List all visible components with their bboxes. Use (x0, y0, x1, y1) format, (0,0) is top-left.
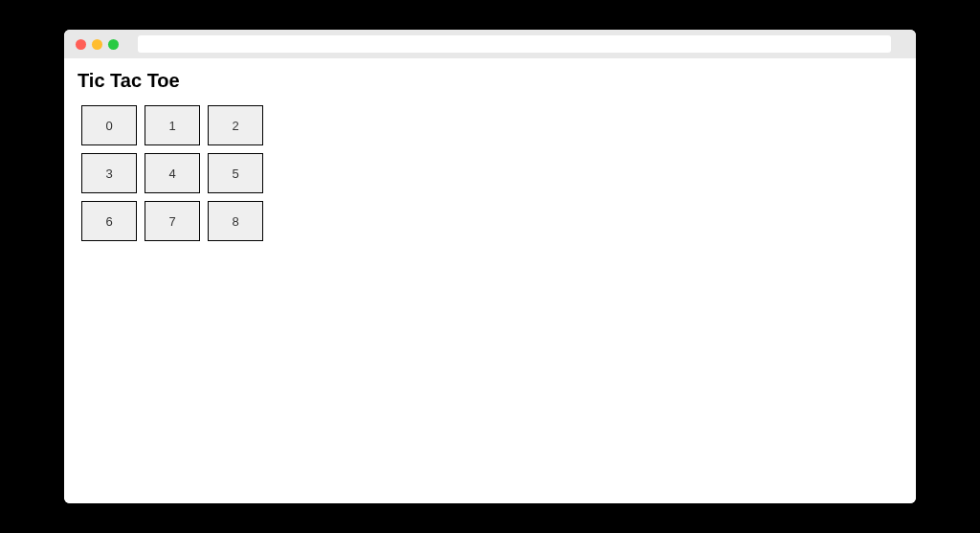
board-cell-0[interactable]: 0 (81, 105, 137, 145)
browser-titlebar (64, 30, 916, 58)
page-title: Tic Tac Toe (78, 70, 902, 92)
window-minimize-icon[interactable] (92, 39, 102, 50)
game-board: 0 1 2 3 4 5 6 7 8 (78, 105, 902, 241)
board-cell-1[interactable]: 1 (145, 105, 200, 145)
page-content: Tic Tac Toe 0 1 2 3 4 5 6 7 8 (64, 58, 916, 503)
window-close-icon[interactable] (76, 39, 86, 50)
window-maximize-icon[interactable] (108, 39, 119, 50)
board-cell-3[interactable]: 3 (81, 153, 137, 193)
board-cell-8[interactable]: 8 (208, 201, 263, 241)
browser-window: Tic Tac Toe 0 1 2 3 4 5 6 7 8 (64, 30, 916, 503)
url-bar[interactable] (138, 35, 891, 53)
board-cell-6[interactable]: 6 (81, 201, 137, 241)
board-cell-5[interactable]: 5 (208, 153, 263, 193)
board-cell-7[interactable]: 7 (145, 201, 200, 241)
board-cell-4[interactable]: 4 (145, 153, 200, 193)
board-cell-2[interactable]: 2 (208, 105, 263, 145)
